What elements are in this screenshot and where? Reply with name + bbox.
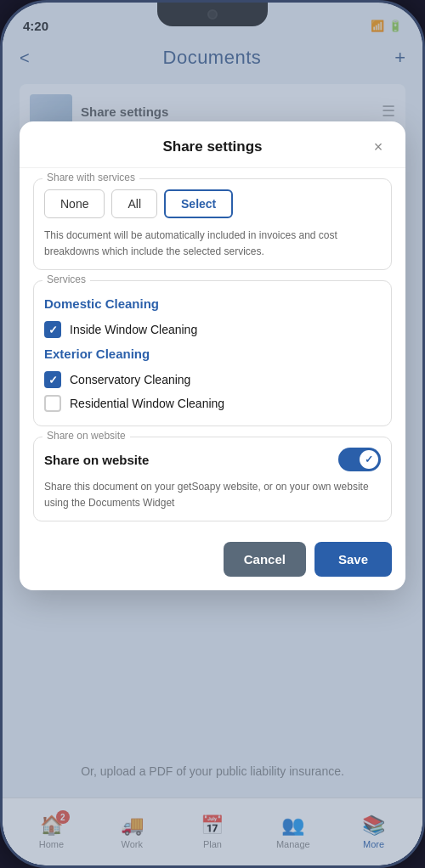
toggle-group: None All Select <box>44 189 381 218</box>
share-description: This document will be automatically incl… <box>44 229 337 257</box>
category-exterior-cleaning: Exterior Cleaning <box>44 347 381 361</box>
service-item-inside-window: Inside Window Cleaning <box>44 318 381 341</box>
website-toggle[interactable] <box>338 448 381 471</box>
service-name-conservatory: Conservatory Cleaning <box>70 373 190 386</box>
modal-header: Share settings × <box>20 121 405 168</box>
website-description: Share this document on your getSoapy web… <box>44 481 369 509</box>
website-title: Share on website <box>44 453 149 467</box>
share-with-services-section: Share with services None All Select This… <box>33 178 392 270</box>
share-services-label: Share with services <box>42 172 139 183</box>
service-name-inside-window: Inside Window Cleaning <box>70 323 197 336</box>
save-button[interactable]: Save <box>314 542 392 577</box>
modal-close-button[interactable]: × <box>368 137 388 157</box>
all-button[interactable]: All <box>111 189 157 218</box>
modal-buttons: Cancel Save <box>20 532 405 590</box>
service-name-residential-window: Residential Window Cleaning <box>70 397 224 410</box>
website-section-label: Share on website <box>42 430 130 442</box>
services-label: Services <box>42 273 90 285</box>
website-section: Share on website Share on website Share … <box>33 437 392 521</box>
checkbox-inside-window[interactable] <box>44 321 61 338</box>
modal-title: Share settings <box>57 138 368 155</box>
service-item-residential-window: Residential Window Cleaning <box>44 392 381 415</box>
category-domestic-cleaning: Domestic Cleaning <box>44 296 381 311</box>
checkbox-conservatory[interactable] <box>44 371 61 388</box>
share-settings-modal: Share settings × Share with services Non… <box>20 121 405 590</box>
website-row: Share on website <box>44 448 381 471</box>
select-button[interactable]: Select <box>164 189 233 218</box>
cancel-button[interactable]: Cancel <box>224 542 306 577</box>
phone-screen: 4:20 📶 🔋 < Documents + Share settings ☰ <box>3 3 422 865</box>
phone-frame: 4:20 📶 🔋 < Documents + Share settings ☰ <box>0 0 425 868</box>
none-button[interactable]: None <box>44 189 105 218</box>
checkbox-residential-window[interactable] <box>44 395 61 412</box>
services-section: Services Domestic Cleaning Inside Window… <box>33 280 392 426</box>
service-item-conservatory: Conservatory Cleaning <box>44 368 381 392</box>
